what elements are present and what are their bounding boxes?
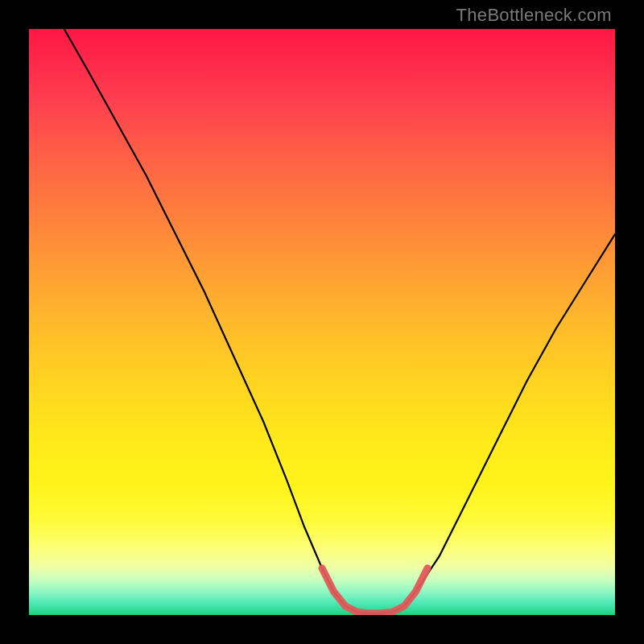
outer-black-frame: TheBottleneck.com: [0, 0, 644, 644]
watermark-text: TheBottleneck.com: [456, 5, 612, 26]
chart-plot-area: [29, 29, 615, 615]
bottleneck-curve: [64, 29, 615, 613]
optimal-zone-highlight: [322, 568, 427, 613]
chart-svg: [29, 29, 615, 615]
